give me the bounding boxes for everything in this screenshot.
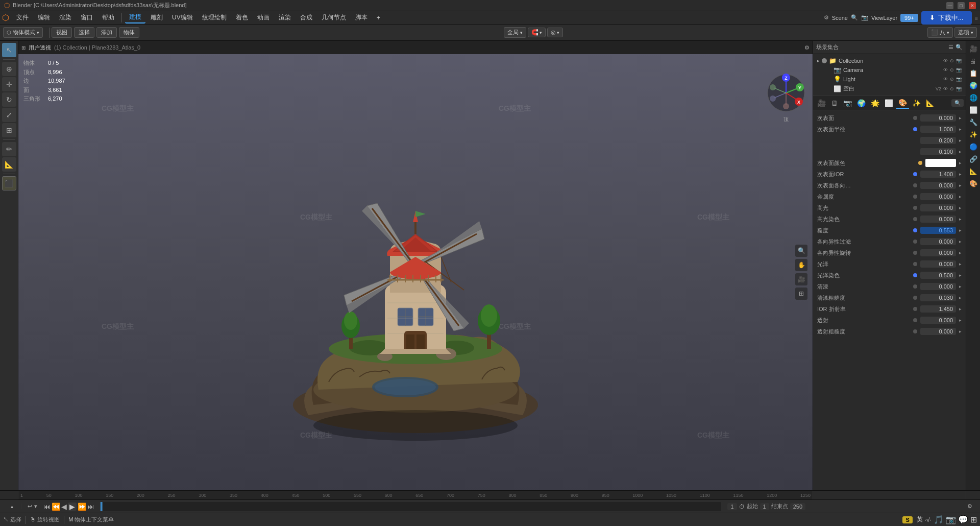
prop-icon-constraints[interactable]: 📐 <box>924 98 937 108</box>
prop-clearcoat-dot[interactable] <box>913 284 917 289</box>
tool-add-cube[interactable]: ⬛ <box>2 176 16 190</box>
prop-subsurface-expand[interactable]: ▸ <box>959 115 962 121</box>
world-properties-icon[interactable]: 🌐 <box>968 92 979 103</box>
object-btn[interactable]: 物体 <box>119 27 139 38</box>
add-btn[interactable]: 添加 <box>96 27 117 38</box>
menu-edit[interactable]: 编辑 <box>34 12 54 23</box>
physics-properties-icon[interactable]: 🔵 <box>968 141 979 152</box>
prop-specular-tint-dot[interactable] <box>913 217 917 221</box>
step-back-btn[interactable]: ⏪ <box>52 503 60 511</box>
prop-sheen-value[interactable]: 0.000 <box>920 260 956 268</box>
playback-prev-icon[interactable]: ▾ <box>34 503 37 510</box>
output-properties-icon[interactable]: 🖨 <box>968 55 979 66</box>
layout-add[interactable]: + <box>373 13 384 22</box>
viewport-settings-icon[interactable]: ⚙ <box>804 44 810 51</box>
prop-subsurface-ior-dot[interactable] <box>913 172 917 176</box>
current-frame-display[interactable]: 1 <box>727 503 737 510</box>
empty-visibility-icon[interactable]: 👁 <box>943 86 948 91</box>
camera-btn[interactable]: 🎥 <box>795 273 807 285</box>
play-back-btn[interactable]: ◀ <box>61 503 67 511</box>
prop-icon-output[interactable]: 🖥 <box>829 98 840 108</box>
camera-select-icon[interactable]: ⊙ <box>950 67 954 73</box>
outliner-item-collection[interactable]: ▸ 📁 Collection 👁 ⊙ 📷 <box>813 56 966 65</box>
prop-icon-scene[interactable]: 🌍 <box>855 98 868 108</box>
prop-roughness-dot[interactable] <box>913 228 917 232</box>
object-properties-icon[interactable]: ⬜ <box>968 104 979 115</box>
pan-btn[interactable]: ✋ <box>795 259 807 271</box>
tool-move[interactable]: ✛ <box>2 77 16 91</box>
layout-sculpt[interactable]: 雕刻 <box>146 12 167 23</box>
camera-visibility-icon[interactable]: 👁 <box>943 67 948 73</box>
jump-start-btn[interactable]: ⏮ <box>43 503 51 511</box>
prop-radius-3-value[interactable]: 0.100 <box>920 148 956 155</box>
prop-sheen-tint-value[interactable]: 0.500 <box>920 272 956 279</box>
prop-specular-tint-value[interactable]: 0.000 <box>920 216 956 223</box>
prop-anisotropic-rotation-value[interactable]: 0.000 <box>920 249 956 256</box>
layout-uv[interactable]: UV编辑 <box>168 12 197 23</box>
mode-selector[interactable]: ⬡ 物体模式 ▾ <box>3 27 43 38</box>
prop-specular-value[interactable]: 0.000 <box>920 204 956 211</box>
filter-icon[interactable]: ☰ <box>948 44 953 51</box>
prop-sheen-dot[interactable] <box>913 262 917 266</box>
tool-scale[interactable]: ⤢ <box>2 108 16 122</box>
tool-cursor[interactable]: ⊕ <box>2 62 16 76</box>
prop-metallic-value[interactable]: 0.000 <box>920 193 956 200</box>
prop-radius-2-value[interactable]: 0.200 <box>920 137 956 144</box>
prop-icon-material[interactable]: 🎨 <box>896 98 909 109</box>
prop-anisotropic-value[interactable]: 0.000 <box>920 238 956 245</box>
download-button[interactable]: ⬇ 下载中... <box>921 11 972 25</box>
view-layer-properties-icon[interactable]: 📋 <box>968 67 979 79</box>
prop-clearcoat-value[interactable]: 0.000 <box>920 283 956 290</box>
timeline-settings-btn[interactable]: ⚙ <box>963 503 977 510</box>
step-forward-btn[interactable]: ⏩ <box>78 503 86 511</box>
prop-transmission-dot[interactable] <box>913 318 917 322</box>
prop-subsurface-radius-dot[interactable] <box>913 127 917 131</box>
prop-subsurface-dot[interactable] <box>913 116 917 120</box>
prop-icon-render[interactable]: 🎥 <box>815 98 828 108</box>
data-properties-icon[interactable]: 📐 <box>968 165 979 177</box>
outliner-item-camera[interactable]: 📷 Camera 👁 ⊙ 📷 <box>813 65 966 75</box>
prop-roughness-value[interactable]: 0.553 <box>920 227 956 234</box>
timeline-collapse-btn[interactable]: ▴ <box>3 504 21 509</box>
prop-specular-dot[interactable] <box>913 206 917 210</box>
viewport-shading[interactable]: ⬛ 八 ▾ <box>927 27 953 38</box>
close-button[interactable]: ✕ <box>969 2 976 9</box>
scene-properties-icon[interactable]: 🌍 <box>968 80 979 91</box>
layout-rendering[interactable]: 渲染 <box>275 12 295 23</box>
prop-icon-view[interactable]: 📷 <box>841 98 854 108</box>
render-properties-icon[interactable]: 🎥 <box>968 43 979 54</box>
light-visibility-icon[interactable]: 👁 <box>943 77 948 82</box>
grid-btn[interactable]: ⊞ <box>795 288 807 300</box>
prop-transmission-roughness-value[interactable]: 0.000 <box>920 328 956 335</box>
prop-ior-dot[interactable] <box>913 307 917 311</box>
menu-help[interactable]: 帮助 <box>98 12 118 23</box>
layout-modeling[interactable]: 建模 <box>125 12 145 23</box>
prop-color-swatch[interactable] <box>925 159 956 167</box>
prop-subsurface-aniso-dot[interactable] <box>913 183 917 187</box>
menu-render[interactable]: 渲染 <box>55 12 76 23</box>
prop-transmission-roughness-dot[interactable] <box>913 329 917 333</box>
light-render-icon[interactable]: 📷 <box>956 77 962 82</box>
material-properties-icon[interactable]: 🎨 <box>968 178 979 189</box>
camera-render-icon[interactable]: 📷 <box>956 67 962 73</box>
search-icon[interactable]: 🔍 <box>955 44 963 51</box>
constraints-properties-icon[interactable]: 🔗 <box>968 153 979 164</box>
layout-animation[interactable]: 动画 <box>253 12 274 23</box>
prop-anisotropic-rotation-dot[interactable] <box>913 251 917 255</box>
minimize-button[interactable]: — <box>946 2 953 9</box>
properties-search[interactable]: 🔍 <box>951 99 964 107</box>
prop-radius-expand[interactable]: ▸ <box>959 127 962 132</box>
prop-subsurface-ior-value[interactable]: 1.400 <box>920 171 956 178</box>
prop-sheen-tint-dot[interactable] <box>913 273 917 277</box>
collection-visibility-icon[interactable]: 👁 <box>943 58 948 63</box>
badge-count[interactable]: 99+ <box>900 14 918 22</box>
viewport-3d[interactable]: CG模型主 CG模型主 CG模型主 CG模型主 CG模型主 CG模型主 CG模型… <box>18 54 813 490</box>
empty-select-icon[interactable]: ⊙ <box>950 86 954 91</box>
tool-annotate[interactable]: ✏ <box>2 142 16 156</box>
empty-render-icon[interactable]: 📷 <box>956 86 962 91</box>
overlay-btn[interactable]: 选项 ▾ <box>954 27 977 38</box>
outliner-item-light[interactable]: 💡 Light 👁 ⊙ 📷 <box>813 75 966 84</box>
prop-clearcoat-roughness-value[interactable]: 0.030 <box>920 294 956 301</box>
transform-selector[interactable]: 全局 ▾ <box>504 27 526 38</box>
tool-rotate[interactable]: ↻ <box>2 92 16 107</box>
